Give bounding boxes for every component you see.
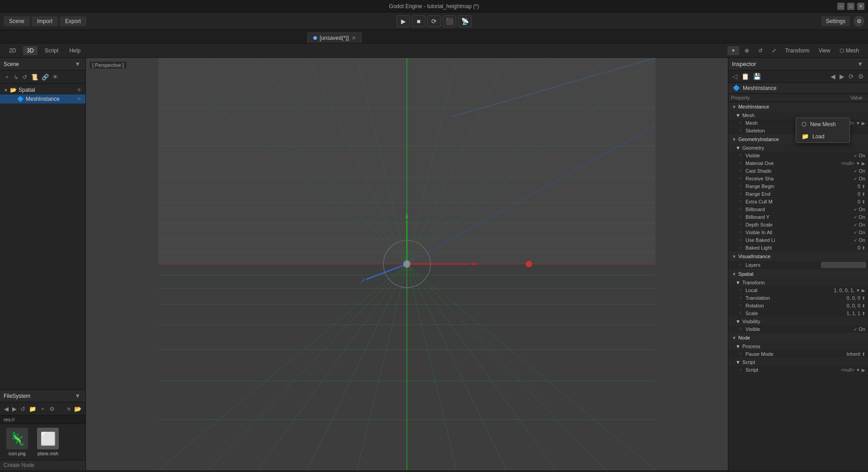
prop-material-override: ⠿ Material Ove <null> ▼ ▶ [728,160,868,167]
prop-use-baked: ⠿ Use Baked Li ✓ On [728,236,868,244]
inspector-history-back[interactable]: ◁ [731,72,739,81]
btn-mesh[interactable]: ⬡ Mesh [836,46,863,55]
viewport-canvas [86,58,728,470]
fs-folder2-btn[interactable]: 📂 [73,405,83,413]
add-node-icon[interactable]: ＋ [3,72,11,82]
mesh-dropdown-arrow[interactable]: ▼ [856,121,860,126]
load-icon: 📁 [802,133,809,140]
create-node-button[interactable]: Create Node [0,460,85,470]
chain-icon[interactable]: 🔗 [40,73,50,81]
inspector-node-label: 🔷 MeshInstance [728,83,868,94]
viewport[interactable]: [ Perspective ] [86,58,728,470]
add-child-icon[interactable]: ↳ [12,73,20,81]
spatial-visibility-icon[interactable]: 👁 [77,87,82,93]
filesystem-dropdown-btn[interactable]: ▼ [73,392,82,400]
titlebar: Godot Engine - tutorial_heightmap (*) ─ … [0,0,868,13]
refresh-icon[interactable]: ↺ [21,73,28,81]
prop-scale: ⠿ Scale 1, 1, 1 ⬆ [728,310,868,317]
btn-help[interactable]: Help [66,46,84,55]
pause-button[interactable]: ⟳ [427,15,441,27]
tree-item-spatial[interactable]: ▼ 📂 Spatial 👁 [0,85,85,94]
stop-button[interactable]: ■ [412,15,425,27]
export-menu[interactable]: Export [60,16,86,26]
mesh-visibility-icon[interactable]: 👁 [77,96,82,102]
window-controls: ─ □ ✕ [837,3,864,10]
mesh-arrow-right[interactable]: ▶ [862,121,865,126]
btn-move-tool[interactable]: ⊕ [741,46,753,55]
inspector-nav-right[interactable]: ▶ [838,72,846,81]
fs-settings-btn[interactable]: ⚙ [48,405,56,413]
node-label: MeshInstance [743,85,777,91]
mesh-icon: 🔷 [17,96,24,102]
sub-section-transform[interactable]: ▼ Transform [728,278,868,287]
section-geometry-label: GeometryInstance [738,137,779,142]
fs-back-btn[interactable]: ◀ [3,405,10,413]
inspector-toolbar: ◁ 📋 💾 ◀ ▶ ⟳ ⚙ [728,71,868,83]
inspector-dropdown-btn[interactable]: ▼ [856,60,864,68]
new-mesh-label: New Mesh [810,121,836,127]
fs-folder-btn[interactable]: 📁 [28,405,38,413]
btn-script[interactable]: Script [41,46,62,55]
debug-button[interactable]: 📡 [458,15,472,27]
inspector-reload-icon[interactable]: ⟳ [847,72,855,81]
prop-range-end: ⠿ Range End 0 ⬆ [728,190,868,198]
play-button[interactable]: ▶ [396,15,410,27]
file-name-mesh: plane.msh [38,451,58,456]
file-item-mesh[interactable]: ⬜ plane.msh [34,428,61,456]
sub-section-geometry[interactable]: ▼ Geometry [728,144,868,152]
dropdown-new-mesh[interactable]: ⬡ New Mesh [796,118,849,130]
inspector-title: Inspector [732,61,856,67]
close-button[interactable]: ✕ [857,3,864,10]
sub-section-visibility[interactable]: ▼ Visibility [728,317,868,326]
playback-controls: ▶ ■ ⟳ ⬛ 📡 [396,15,472,27]
fs-forward-btn[interactable]: ▶ [11,405,18,413]
editor-tab[interactable]: [unsaved(*)] ✕ [307,33,362,43]
section-meshinstance-label: MeshInstance [738,104,769,109]
section-node[interactable]: ▼ Node [728,333,868,342]
btn-view[interactable]: View [815,46,834,55]
btn-3d[interactable]: 3D [23,46,37,55]
btn-scale-tool[interactable]: ⤢ [768,46,780,55]
step-button[interactable]: ⬛ [443,15,456,27]
inspector-content[interactable]: ▼ MeshInstance ▼ Mesh ⠿ Mesh <null> ▼ ▶ [728,102,868,470]
sub-section-script[interactable]: ▼ Script [728,358,868,366]
inspector-settings-icon[interactable]: ⚙ [857,72,865,81]
tree-item-meshinstance[interactable]: 🔷 MeshInstance 👁 [0,94,85,104]
scene-menu[interactable]: Scene [4,16,30,26]
fs-view-icon[interactable]: ≡ [66,405,72,413]
fs-reload-btn[interactable]: ↺ [19,405,27,413]
section-spatial[interactable]: ▼ Spatial [728,269,868,278]
col-value: Value [802,95,865,100]
mesh-icon: ⬡ [840,47,844,54]
prop-script: ⠿ Script <null> ▼ ▶ [728,366,868,374]
inspector-nav-left[interactable]: ◀ [829,72,837,81]
menubar: Scene Import Export ▶ ■ ⟳ ⬛ 📡 Settings ⚙ [0,13,868,30]
btn-select-tool[interactable]: ✦ [727,46,739,55]
btn-rotate-tool[interactable]: ↺ [755,46,766,55]
import-menu[interactable]: Import [32,16,58,26]
prop-visible-in-all: ⠿ Visible In All ✓ On [728,229,868,236]
inspector-file-icon[interactable]: 📋 [740,72,750,81]
prop-translation: ⠿ Translation 0, 0, 0 ⬆ [728,294,868,302]
minimize-button[interactable]: ─ [837,3,844,10]
scene-dropdown-button[interactable]: ▼ [73,60,82,68]
maximize-button[interactable]: □ [847,3,854,10]
main-layout: Scene ▼ ＋ ↳ ↺ 📜 🔗 👁 ▼ 📂 Spatial 👁 🔷 Mesh… [0,58,868,470]
dropdown-load[interactable]: 📁 Load [796,130,849,142]
script-icon[interactable]: 📜 [29,73,39,81]
eye-icon[interactable]: 👁 [51,73,60,81]
prop-billboard-y: ⠿ Billboard Y ✓ On [728,213,868,221]
section-meshinstance[interactable]: ▼ MeshInstance [728,102,868,111]
btn-transform[interactable]: Transform [782,46,813,55]
title-text: Godot Engine - tutorial_heightmap (*) [389,3,479,9]
inspector-header: Inspector ▼ [728,58,868,71]
settings-button[interactable]: Settings [821,16,850,26]
inspector-save-icon[interactable]: 💾 [752,72,762,81]
section-visual-instance[interactable]: ▼ VisualInstance [728,252,868,261]
settings-icon[interactable]: ⚙ [854,16,864,27]
sub-section-process[interactable]: ▼ Process [728,342,868,350]
btn-2d[interactable]: 2D [5,46,19,55]
tab-close-button[interactable]: ✕ [352,35,356,41]
fs-add-btn[interactable]: ＋ [38,404,47,414]
file-item-icon[interactable]: 🦎 icon.png [4,428,31,456]
